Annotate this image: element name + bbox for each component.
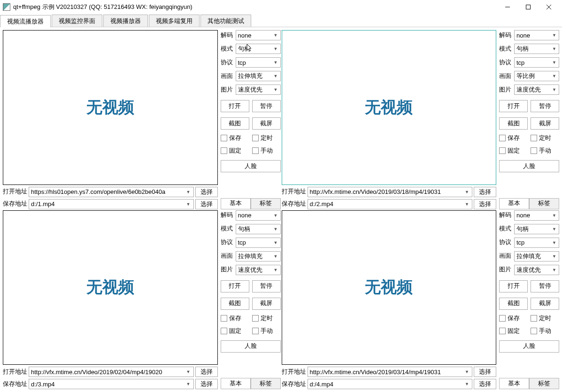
mode-label: 模式 — [499, 45, 512, 53]
save-checkbox[interactable]: 保存 — [221, 134, 249, 142]
video-area[interactable]: 无视频 — [3, 210, 218, 365]
tab-multi[interactable]: 视频多端复用 — [149, 15, 200, 27]
app-icon — [3, 3, 10, 11]
save-url-combo[interactable]: d:/3.mp4▼ — [29, 379, 194, 389]
proto-select[interactable]: tcp▼ — [236, 57, 281, 68]
decode-select[interactable]: none▼ — [236, 210, 281, 221]
basic-tab[interactable]: 基本 — [499, 378, 529, 389]
aspect-select[interactable]: 等比例▼ — [514, 71, 559, 81]
tag-tab[interactable]: 标签 — [529, 378, 559, 389]
proto-select[interactable]: tcp▼ — [514, 238, 559, 248]
mode-select[interactable]: 句柄▼ — [236, 44, 281, 54]
proto-select[interactable]: tcp▼ — [236, 238, 281, 248]
open-url-label: 打开地址 — [3, 188, 27, 196]
open-button[interactable]: 打开 — [221, 100, 249, 112]
maximize-button[interactable] — [518, 0, 539, 14]
open-url-combo[interactable]: http://vfx.mtime.cn/Video/2019/03/14/mp4… — [308, 367, 473, 377]
video-area[interactable]: 无视频 — [3, 30, 218, 185]
save-url-combo[interactable]: d:/4.mp4▼ — [308, 379, 473, 389]
screenshot-button[interactable]: 截图 — [499, 117, 528, 130]
timer-checkbox[interactable]: 定时 — [531, 134, 559, 142]
open-button[interactable]: 打开 — [499, 280, 528, 292]
manual-checkbox[interactable]: 手动 — [531, 327, 559, 335]
manual-checkbox-label: 手动 — [261, 327, 273, 335]
timer-checkbox[interactable]: 定时 — [252, 134, 281, 142]
open-button[interactable]: 打开 — [499, 100, 528, 112]
fixed-checkbox[interactable]: 固定 — [499, 327, 528, 335]
tab-monitor[interactable]: 视频监控界面 — [52, 15, 102, 27]
control-panel: 解码none▼模式句柄▼协议tcp▼画面拉伸填充▼图片速度优先▼打开暂停截图截屏… — [221, 30, 281, 209]
fixed-checkbox[interactable]: 固定 — [221, 327, 249, 335]
save-url-choose-button[interactable]: 选择 — [195, 199, 218, 209]
image-select[interactable]: 速度优先▼ — [236, 85, 281, 95]
fixed-checkbox[interactable]: 固定 — [221, 146, 249, 155]
tag-tab[interactable]: 标签 — [251, 378, 281, 389]
proto-select[interactable]: tcp▼ — [514, 57, 559, 68]
face-button[interactable]: 人脸 — [221, 340, 281, 353]
pause-button[interactable]: 暂停 — [531, 100, 559, 112]
save-url-choose-button[interactable]: 选择 — [474, 199, 496, 209]
open-url-combo[interactable]: http://vfx.mtime.cn/Video/2019/02/04/mp4… — [29, 367, 194, 377]
close-button[interactable] — [539, 0, 559, 14]
screenshot-button[interactable]: 截图 — [221, 298, 249, 310]
capture-button[interactable]: 截屏 — [531, 298, 559, 310]
chevron-down-icon: ▼ — [186, 190, 191, 194]
save-checkbox[interactable]: 保存 — [499, 134, 528, 142]
aspect-select[interactable]: 拉伸填充▼ — [514, 251, 559, 261]
open-button[interactable]: 打开 — [221, 280, 249, 292]
pause-button[interactable]: 暂停 — [252, 280, 281, 292]
face-button[interactable]: 人脸 — [499, 340, 559, 353]
timer-checkbox-label: 定时 — [261, 314, 273, 323]
capture-button[interactable]: 截屏 — [531, 117, 559, 130]
capture-button[interactable]: 截屏 — [252, 298, 281, 310]
face-button[interactable]: 人脸 — [499, 160, 559, 172]
decode-select[interactable]: none▼ — [514, 30, 559, 40]
save-url-combo[interactable]: d:/2.mp4▼ — [308, 199, 473, 209]
save-checkbox[interactable]: 保存 — [499, 314, 528, 323]
capture-button[interactable]: 截屏 — [252, 117, 281, 130]
save-url-choose-button[interactable]: 选择 — [195, 379, 218, 389]
screenshot-button[interactable]: 截图 — [499, 298, 528, 310]
image-select[interactable]: 速度优先▼ — [514, 265, 559, 275]
timer-checkbox[interactable]: 定时 — [252, 314, 281, 323]
face-button[interactable]: 人脸 — [221, 160, 281, 172]
mode-select[interactable]: 句柄▼ — [514, 44, 559, 54]
fixed-checkbox-label: 固定 — [508, 327, 520, 335]
manual-checkbox[interactable]: 手动 — [252, 327, 281, 335]
tag-tab[interactable]: 标签 — [251, 198, 281, 209]
open-url-choose-button[interactable]: 选择 — [195, 187, 218, 197]
screenshot-button[interactable]: 截图 — [221, 117, 249, 130]
mode-select[interactable]: 句柄▼ — [514, 224, 559, 234]
save-checkbox[interactable]: 保存 — [221, 314, 249, 323]
pause-button[interactable]: 暂停 — [531, 280, 559, 292]
open-url-choose-button[interactable]: 选择 — [195, 367, 218, 377]
manual-checkbox[interactable]: 手动 — [252, 146, 281, 155]
image-select[interactable]: 速度优先▼ — [236, 265, 281, 275]
pause-button[interactable]: 暂停 — [252, 100, 281, 112]
open-url-choose-button[interactable]: 选择 — [474, 367, 496, 377]
open-url-combo[interactable]: http://vfx.mtime.cn/Video/2019/03/18/mp4… — [308, 187, 473, 197]
manual-checkbox[interactable]: 手动 — [531, 146, 559, 155]
aspect-select[interactable]: 拉伸填充▼ — [236, 251, 281, 261]
fixed-checkbox[interactable]: 固定 — [499, 146, 528, 155]
save-url-combo[interactable]: d:/1.mp4▼ — [29, 199, 194, 209]
tab-other[interactable]: 其他功能测试 — [200, 15, 251, 27]
video-area[interactable]: 无视频 — [282, 30, 497, 185]
tab-stream-player[interactable]: 视频流播放器 — [0, 15, 51, 27]
image-select[interactable]: 速度优先▼ — [514, 85, 559, 95]
decode-select[interactable]: none▼ — [514, 210, 559, 221]
tab-video-player[interactable]: 视频播放器 — [103, 15, 148, 27]
video-area[interactable]: 无视频 — [282, 210, 497, 365]
timer-checkbox[interactable]: 定时 — [531, 314, 559, 323]
mode-select[interactable]: 句柄▼ — [236, 224, 281, 234]
decode-select[interactable]: none▼ — [236, 30, 281, 40]
aspect-select[interactable]: 拉伸填充▼ — [236, 71, 281, 81]
save-url-choose-button[interactable]: 选择 — [474, 379, 496, 389]
basic-tab[interactable]: 基本 — [499, 198, 529, 209]
basic-tab[interactable]: 基本 — [221, 378, 251, 389]
minimize-button[interactable] — [497, 0, 518, 14]
open-url-combo[interactable]: https://hls01open.ys7.com/openlive/6e0b2… — [29, 187, 194, 197]
open-url-choose-button[interactable]: 选择 — [474, 187, 496, 197]
basic-tab[interactable]: 基本 — [221, 198, 251, 209]
tag-tab[interactable]: 标签 — [529, 198, 559, 209]
